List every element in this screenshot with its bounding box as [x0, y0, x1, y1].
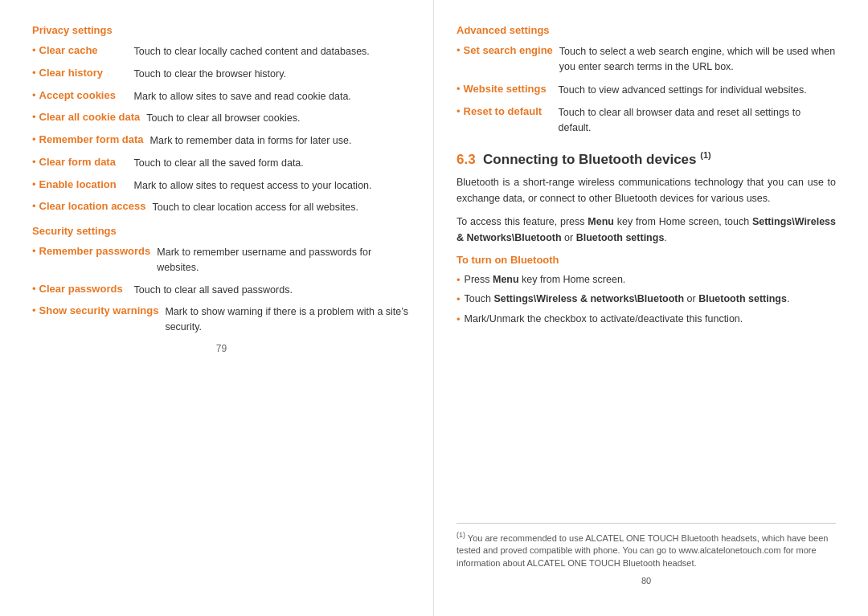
item-term: Clear history: [39, 67, 128, 79]
item-term: Remember passwords: [39, 245, 151, 257]
advanced-section-title: Advanced settings: [457, 24, 836, 36]
item-term: Remember form data: [39, 133, 144, 145]
item-def: Touch to clear all saved passwords.: [134, 283, 411, 298]
item-term: Show security warnings: [39, 304, 159, 316]
item-term: Clear form data: [39, 156, 128, 168]
section-number: 6.3: [457, 151, 476, 166]
item-term: Clear cache: [39, 44, 128, 56]
item-def: Touch to clear all the saved form data.: [134, 156, 411, 171]
advanced-items-list: • Set search engine Touch to select a we…: [457, 44, 836, 136]
footnote-text: You are recommended to use ALCATEL ONE T…: [457, 532, 828, 568]
privacy-item-row: • Clear history Touch to clear the brows…: [32, 67, 411, 82]
bullet-icon: •: [32, 283, 36, 295]
item-def: Touch to clear all browser cookies.: [146, 111, 411, 126]
bullet-icon: •: [32, 67, 36, 79]
privacy-items-list: • Clear cache Touch to clear locally cac…: [32, 44, 411, 215]
bt-intro-para1: Bluetooth is a short-range wireless comm…: [457, 175, 836, 206]
bt-steps-list: • Press Menu key from Home screen. • Tou…: [457, 272, 836, 328]
left-column: Privacy settings • Clear cache Touch to …: [0, 0, 434, 616]
turn-on-title: To turn on Bluetooth: [457, 254, 836, 266]
bullet-icon: •: [32, 111, 36, 123]
adv-term: Set search engine: [464, 44, 553, 56]
item-def: Touch to clear the browser history.: [134, 67, 411, 82]
page-container: Privacy settings • Clear cache Touch to …: [0, 0, 868, 616]
security-section-title: Security settings: [32, 225, 411, 237]
bullet-icon: •: [457, 105, 461, 117]
privacy-item-row: • Enable location Mark to allow sites to…: [32, 178, 411, 194]
item-def: Mark to allow sites to request access to…: [134, 178, 411, 194]
bullet-icon: •: [457, 272, 461, 288]
security-item-row: • Clear passwords Touch to clear all sav…: [32, 283, 411, 298]
bullet-icon: •: [32, 89, 36, 101]
bt-step-item: • Press Menu key from Home screen.: [457, 272, 836, 288]
security-item-row: • Show security warnings Mark to show wa…: [32, 304, 411, 335]
advanced-item-row: • Website settings Touch to view advance…: [457, 83, 836, 98]
bullet-icon: •: [32, 133, 36, 145]
section-title-text: Connecting to Bluetooth devices: [483, 151, 696, 166]
bullet-icon: •: [32, 304, 36, 316]
privacy-item-row: • Clear cache Touch to clear locally cac…: [32, 44, 411, 59]
left-page-number: 79: [32, 343, 411, 354]
bullet-icon: •: [457, 292, 461, 308]
bt-step-item: • Mark/Unmark the checkbox to activate/d…: [457, 312, 836, 328]
privacy-item-row: • Clear form data Touch to clear all the…: [32, 156, 411, 171]
item-def: Mark to show warning if there is a probl…: [165, 304, 411, 335]
footnote-area: (1) You are recommended to use ALCATEL O…: [457, 523, 836, 588]
bt-step-text: Touch Settings\Wireless & networks\Bluet…: [465, 292, 790, 307]
item-term: Clear location access: [39, 200, 146, 212]
bullet-icon: •: [32, 44, 36, 56]
privacy-item-row: • Clear all cookie data Touch to clear a…: [32, 111, 411, 126]
bullet-icon: •: [457, 44, 461, 56]
privacy-item-row: • Clear location access Touch to clear l…: [32, 200, 411, 215]
right-column: Advanced settings • Set search engine To…: [434, 0, 868, 616]
bullet-icon: •: [32, 178, 36, 190]
item-term: Accept cookies: [39, 89, 128, 101]
advanced-item-row: • Reset to default Touch to clear all br…: [457, 105, 836, 136]
adv-term: Website settings: [464, 83, 552, 95]
item-def: Touch to clear location access for all w…: [153, 200, 411, 215]
adv-def: Touch to view advanced settings for indi…: [559, 83, 836, 98]
bullet-icon: •: [32, 200, 36, 212]
bullet-icon: •: [457, 83, 461, 95]
item-def: Mark to remember username and passwords …: [157, 245, 411, 275]
privacy-section-title: Privacy settings: [32, 24, 411, 36]
item-term: Clear passwords: [39, 283, 128, 295]
item-def: Mark to remember data in forms for later…: [150, 133, 411, 149]
section-63-heading: 6.3 Connecting to Bluetooth devices (1): [457, 150, 836, 168]
item-def: Touch to clear locally cached content an…: [134, 44, 411, 59]
bt-intro-para2: To access this feature, press Menu key f…: [457, 214, 836, 246]
bullet-icon: •: [32, 245, 36, 257]
security-item-row: • Remember passwords Mark to remember us…: [32, 245, 411, 275]
right-page-number: 80: [457, 575, 836, 588]
footnote-superscript: (1): [457, 531, 465, 539]
adv-def: Touch to clear all browser data and rese…: [559, 105, 836, 136]
advanced-item-row: • Set search engine Touch to select a we…: [457, 44, 836, 75]
privacy-item-row: • Remember form data Mark to remember da…: [32, 133, 411, 149]
bt-step-text: Press Menu key from Home screen.: [465, 272, 626, 288]
section-superscript: (1): [700, 150, 710, 160]
adv-def: Touch to select a web search engine, whi…: [559, 44, 836, 75]
privacy-item-row: • Accept cookies Mark to allow sites to …: [32, 89, 411, 104]
item-term: Enable location: [39, 178, 128, 190]
item-term: Clear all cookie data: [39, 111, 141, 123]
item-def: Mark to allow sites to save and read coo…: [134, 89, 411, 104]
bt-step-item: • Touch Settings\Wireless & networks\Blu…: [457, 292, 836, 308]
security-items-list: • Remember passwords Mark to remember us…: [32, 245, 411, 335]
bt-step-text: Mark/Unmark the checkbox to activate/dea…: [465, 312, 743, 327]
bullet-icon: •: [457, 312, 461, 328]
bullet-icon: •: [32, 156, 36, 168]
adv-term: Reset to default: [464, 105, 552, 117]
